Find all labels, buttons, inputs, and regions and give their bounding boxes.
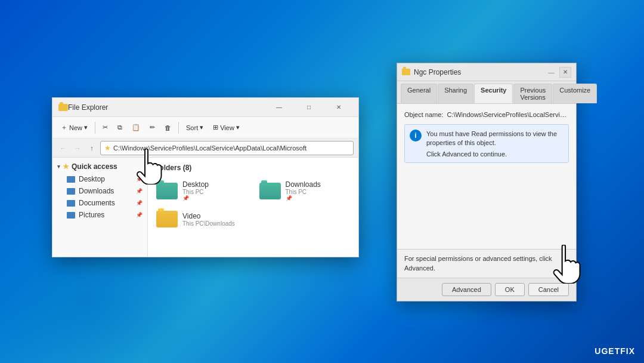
video-folder-path: This PC\Downloads (182, 220, 235, 227)
ngc-close-button[interactable]: ✕ (559, 67, 571, 78)
new-button[interactable]: ＋ New ▾ (57, 121, 91, 134)
sort-label: Sort (186, 124, 198, 131)
tab-previous-versions[interactable]: Previous Versions (513, 84, 552, 103)
ngc-tabs: General Sharing Security Previous Versio… (397, 81, 576, 103)
pictures-label: Pictures (79, 211, 104, 219)
quick-access-label: Quick access (72, 162, 117, 171)
view-button[interactable]: ⊞ View ▾ (209, 122, 243, 133)
object-name-value: C:\Windows\ServiceProfiles\LocalService\… (447, 111, 569, 118)
ngc-titlebar: Ngc Properties — ✕ (397, 63, 576, 81)
pictures-folder-icon (67, 212, 75, 219)
downloads-folder-path: This PC (286, 189, 321, 195)
folder-item-video[interactable]: Video This PC\Downloads (153, 208, 251, 230)
advanced-button[interactable]: Advanced (442, 283, 491, 296)
view-icon: ⊞ (213, 124, 218, 131)
new-label: New (69, 124, 82, 131)
view-label: View (220, 124, 234, 131)
plus-icon: ＋ (61, 123, 67, 132)
info-box: i You must have Read permissions to view… (404, 124, 569, 163)
window-controls: — □ ✕ (265, 101, 352, 113)
sort-button[interactable]: Sort ▾ (182, 122, 207, 133)
folder-item-downloads[interactable]: Downloads This PC 📌 (256, 178, 354, 204)
content-pane: Folders (8) Desktop This PC 📌 Downloads (148, 158, 358, 257)
file-explorer-icon (58, 104, 68, 111)
tab-security[interactable]: Security (474, 84, 513, 103)
object-name-row: Object name: C:\Windows\ServiceProfiles\… (404, 111, 569, 118)
sort-dropdown-icon: ▾ (200, 124, 203, 131)
sidebar-item-pictures[interactable]: Pictures 📌 (52, 209, 147, 221)
downloads-folder-info: Downloads This PC 📌 (286, 180, 321, 201)
back-button[interactable]: ← (57, 142, 69, 154)
tab-sharing[interactable]: Sharing (438, 84, 473, 103)
ngc-title: Ngc Properties (414, 68, 548, 76)
sidebar-item-desktop[interactable]: Desktop 📌 (52, 173, 147, 185)
file-explorer-titlebar: File Explorer — □ ✕ (52, 98, 358, 117)
dropdown-icon: ▾ (84, 124, 88, 131)
folders-grid: Desktop This PC 📌 Downloads This PC 📌 (153, 178, 354, 230)
info-content: You must have Read permissions to view t… (426, 130, 564, 158)
object-name-label: Object name: (404, 111, 443, 118)
quick-access-header[interactable]: ▾ ★ Quick access (52, 160, 147, 173)
video-folder-info: Video This PC\Downloads (182, 212, 235, 227)
close-button[interactable]: ✕ (325, 101, 352, 113)
cut-button[interactable]: ✂ (99, 122, 112, 133)
info-message: You must have Read permissions to view t… (426, 130, 564, 148)
ngc-properties-window: Ngc Properties — ✕ General Sharing Secur… (397, 63, 577, 302)
desktop-thumb (156, 183, 178, 199)
delete-button[interactable]: 🗑 (161, 122, 175, 133)
rename-button[interactable]: ✏ (146, 122, 159, 133)
ngc-button-bar: Advanced OK Cancel (397, 278, 576, 301)
ngc-footer-text: For special permissions or advanced sett… (397, 249, 576, 278)
sidebar: ▾ ★ Quick access Desktop 📌 Downloads 📌 D… (52, 158, 148, 257)
documents-folder-icon (67, 200, 75, 207)
toolbar-separator-1 (95, 122, 95, 134)
maximize-button[interactable]: □ (295, 101, 323, 113)
watermark: UGETFIX (595, 346, 635, 356)
documents-label: Documents (79, 199, 115, 207)
ngc-window-controls: ✕ (559, 67, 571, 78)
copy-button[interactable]: ⧉ (114, 122, 126, 133)
file-explorer-window: File Explorer — □ ✕ ＋ New ▾ ✂ ⧉ 📋 ✏ 🗑 So… (52, 97, 359, 257)
pin-icon: 📌 (136, 176, 143, 182)
forward-button[interactable]: → (72, 142, 83, 154)
address-bar: ← → ↑ ★ C:\Windows\ServiceProfiles\Local… (52, 139, 358, 158)
star-icon: ★ (104, 144, 111, 152)
address-text: C:\Windows\ServiceProfiles\LocalService\… (113, 144, 306, 152)
view-dropdown-icon: ▾ (236, 124, 240, 131)
file-explorer-title: File Explorer (68, 103, 265, 112)
quick-access-star-icon: ★ (63, 162, 69, 171)
desktop-pin-icon: 📌 (182, 195, 209, 201)
info-subtext: Click Advanced to continue. (426, 150, 564, 158)
toolbar-separator-2 (178, 122, 179, 134)
downloads-label: Downloads (79, 187, 114, 195)
sidebar-item-documents[interactable]: Documents 📌 (52, 197, 147, 209)
downloads-thumb (259, 183, 281, 199)
desktop-label: Desktop (79, 175, 105, 183)
tab-customize[interactable]: Customize (553, 84, 597, 103)
main-area: ▾ ★ Quick access Desktop 📌 Downloads 📌 D… (52, 158, 358, 257)
downloads-folder-icon (67, 188, 75, 195)
ngc-folder-icon (402, 69, 410, 75)
ngc-content: Object name: C:\Windows\ServiceProfiles\… (397, 103, 576, 249)
desktop-folder-info: Desktop This PC 📌 (182, 180, 209, 201)
tab-general[interactable]: General (401, 84, 437, 103)
pin-icon-2: 📌 (136, 188, 143, 194)
chevron-down-icon: ▾ (57, 164, 60, 170)
desktop-folder-icon (67, 176, 75, 183)
ok-button[interactable]: OK (495, 283, 525, 296)
minimize-button[interactable]: — (265, 101, 293, 113)
folder-item-desktop[interactable]: Desktop This PC 📌 (153, 178, 251, 204)
folders-section-header: Folders (8) (153, 162, 354, 173)
sidebar-item-downloads[interactable]: Downloads 📌 (52, 185, 147, 197)
pin-icon-4: 📌 (136, 212, 143, 218)
desktop-folder-path: This PC (182, 189, 209, 195)
downloads-pin-icon: 📌 (286, 195, 321, 201)
up-button[interactable]: ↑ (86, 142, 98, 154)
cancel-button[interactable]: Cancel (528, 283, 569, 296)
downloads-folder-name: Downloads (286, 180, 321, 189)
address-path-box[interactable]: ★ C:\Windows\ServiceProfiles\LocalServic… (100, 141, 354, 155)
content-spacer (404, 169, 569, 242)
toolbar: ＋ New ▾ ✂ ⧉ 📋 ✏ 🗑 Sort ▾ ⊞ View ▾ (52, 117, 358, 139)
video-folder-name: Video (182, 212, 235, 220)
paste-button[interactable]: 📋 (128, 122, 144, 133)
